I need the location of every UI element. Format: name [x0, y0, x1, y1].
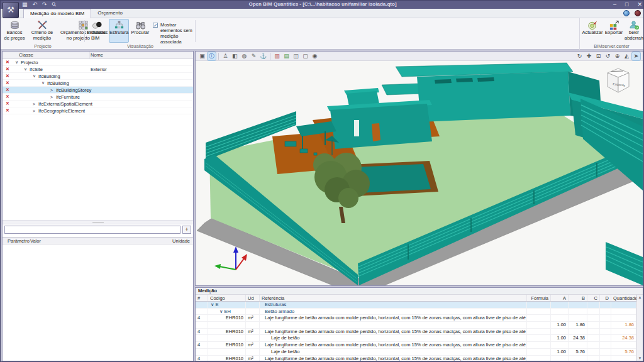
app-logo[interactable]: ⚒ — [3, 2, 19, 18]
delete-row-icon[interactable]: ✕ — [3, 67, 13, 72]
medicao-row-detail[interactable]: 1.001.861.86 — [196, 322, 636, 329]
tab-orcamento[interactable]: Orçamento — [91, 9, 129, 18]
criterio-de-medicao-button[interactable]: Critério demedição — [28, 19, 56, 43]
exportar-button[interactable]: Exportar — [604, 19, 624, 43]
medicao-row-item[interactable]: 4EHR010m²Laje fungiforme de betão armado… — [196, 329, 636, 336]
medicao-row-detail[interactable]: Laje de betão1.005.765.76 — [196, 349, 636, 356]
column-unidade: Unidade — [172, 238, 190, 244]
maximize-button[interactable]: □ — [625, 1, 628, 9]
medicao-row-item[interactable]: 4EHR010m²Laje fungiforme de betão armado… — [196, 356, 636, 361]
medicao-cell — [551, 356, 569, 361]
medicao-row-item[interactable]: 4EHR010m²Laje fungiforme de betão armado… — [196, 342, 636, 349]
medicao-cell — [600, 342, 611, 348]
minimize-button[interactable]: – — [613, 1, 616, 9]
expander-icon[interactable]: > — [50, 88, 56, 92]
tab-medicao-modelo-bim[interactable]: Medição do modelo BIM — [23, 9, 91, 18]
actualizar-button[interactable]: Actualizar — [581, 19, 604, 43]
medicao-row-item[interactable]: 4EHR010m²Laje fungiforme de betão armado… — [196, 315, 636, 322]
medicao-cell: 24.38 — [569, 335, 587, 341]
delete-row-icon[interactable]: ✕ — [3, 94, 13, 99]
medicao-cell — [551, 302, 569, 308]
green-plane-icon[interactable]: ▤ — [282, 52, 291, 60]
expander-icon[interactable]: ∨ — [24, 67, 30, 72]
medicao-cell: Laje fungiforme de betão armado com mold… — [260, 356, 527, 361]
expander-icon[interactable]: > — [50, 95, 56, 99]
tree-row-ifcgeographicelement[interactable]: ✕>IfcGeographicElement — [3, 107, 193, 114]
anchor-icon[interactable]: ⚓ — [259, 52, 267, 60]
medicao-cell — [587, 315, 600, 321]
zoom-icon[interactable]: ⊕ — [613, 52, 621, 60]
delete-row-icon[interactable]: ✕ — [3, 108, 13, 113]
medicao-row-grp[interactable]: ∨ EHBetão armado — [196, 309, 636, 315]
scroll-up-icon[interactable]: ▲ — [637, 295, 643, 299]
visibility-icon[interactable]: ◉ — [311, 52, 319, 60]
procurar-button[interactable]: Procurar — [130, 19, 150, 43]
entidades-button[interactable]: Entidades — [86, 19, 108, 43]
panel-splitter[interactable] — [3, 220, 193, 224]
tree-row-ifcbuilding[interactable]: ✕∨IfcBuilding — [3, 80, 193, 87]
medicao-cell — [246, 335, 260, 341]
expander-icon[interactable]: ∨ — [42, 80, 47, 85]
section-icon[interactable]: ◧ — [231, 52, 239, 60]
medicao-table-header: #CódigoUdReferênciaFórmulaABCDQuantidade — [196, 295, 636, 302]
medicao-row-detail[interactable]: Laje de betão1.0024.3824.38 — [196, 335, 636, 342]
medicao-column-b: B — [569, 295, 587, 301]
view-cube[interactable]: Esquerda — [602, 65, 633, 97]
group-label-bimserver: BIMserver.center — [580, 43, 643, 49]
medicao-cell — [569, 309, 587, 315]
medicao-cell — [600, 356, 611, 361]
close-button[interactable]: ✕ — [637, 1, 642, 9]
medicao-cell: Laje de betão — [260, 349, 527, 355]
help-icon[interactable] — [635, 10, 641, 16]
medicao-cell: 4 — [196, 342, 208, 348]
split-view-icon[interactable]: ◫ — [292, 52, 300, 60]
bancos-de-precos-button[interactable]: Bancosde preços — [2, 19, 27, 43]
delete-row-icon[interactable]: ✕ — [3, 74, 13, 79]
tree-row-ifcexternalspatialelement[interactable]: ✕>IfcExternalSpatialElement — [3, 101, 193, 107]
mostrar-elementos-checkbox[interactable]: ✓ Mostrar elementos semmedição associada — [153, 22, 194, 45]
estrutura-button[interactable]: Estrutura — [109, 19, 129, 43]
orbit-icon[interactable]: ↻ — [575, 52, 584, 60]
bimserver-connection-icon[interactable] — [623, 10, 630, 16]
box-view-icon[interactable]: ▢ — [301, 52, 309, 60]
tree-row-ifcbuilding[interactable]: ✕∨IfcBuilding — [3, 73, 193, 80]
medicao-cell — [246, 322, 260, 328]
medicao-cell — [246, 309, 260, 315]
walkthrough-icon[interactable]: ♙ — [221, 52, 230, 60]
delete-row-icon[interactable]: ✕ — [3, 60, 13, 65]
medicao-title: Medição — [196, 288, 643, 295]
add-parameter-button[interactable]: + — [182, 226, 191, 234]
tree-row-projecto[interactable]: ✕∨Projecto — [3, 59, 193, 66]
user-account-button[interactable]: bekirabderrahmen — [624, 19, 644, 43]
shadow-icon[interactable]: ◭ — [623, 52, 631, 60]
zoom-window-icon[interactable]: ⊡ — [594, 52, 602, 60]
update-icon — [587, 20, 598, 30]
tree-row-ifcbuildingstorey[interactable]: ✕>IfcBuildingStorey — [3, 87, 193, 94]
delete-row-icon[interactable]: ✕ — [3, 87, 13, 92]
red-plane-icon[interactable]: ▥ — [273, 52, 281, 60]
paint-icon[interactable]: ✎ — [250, 52, 258, 60]
parameter-filter-input[interactable] — [4, 226, 180, 234]
medicao-cell — [587, 335, 600, 341]
tree-row-ifcfurniture[interactable]: ✕>IfcFurniture — [3, 94, 193, 101]
sphere-icon[interactable]: ◍ — [240, 52, 248, 60]
info-icon[interactable]: ⓘ — [208, 52, 216, 60]
pan-icon[interactable]: ✚ — [585, 52, 593, 60]
copy-view-icon[interactable]: ▣ — [198, 52, 206, 60]
expander-icon[interactable]: ∨ — [15, 60, 21, 65]
medicao-cell: 1.00 — [551, 322, 569, 328]
tree-row-ifcsite[interactable]: ✕∨IfcSiteExterior — [3, 66, 193, 73]
delete-row-icon[interactable]: ✕ — [3, 101, 13, 106]
select-icon[interactable]: ➤ — [632, 52, 640, 60]
delete-row-icon[interactable]: ✕ — [3, 80, 13, 85]
expander-icon[interactable]: > — [33, 109, 38, 113]
column-parametro: Parâmetro — [8, 238, 30, 244]
rotate-view-icon[interactable]: ↺ — [604, 52, 612, 60]
medicao-scrollbar[interactable]: ▲ ▼ — [636, 295, 643, 361]
expander-icon[interactable]: > — [33, 102, 38, 106]
medicao-row-grp[interactable]: ∨ EEstruturas — [196, 302, 636, 309]
expander-icon[interactable]: ∨ — [33, 74, 38, 79]
scroll-down-icon[interactable]: ▼ — [637, 356, 643, 360]
3d-scene-canvas[interactable] — [196, 61, 643, 285]
tree-classe-label: IfcFurniture — [56, 94, 80, 100]
